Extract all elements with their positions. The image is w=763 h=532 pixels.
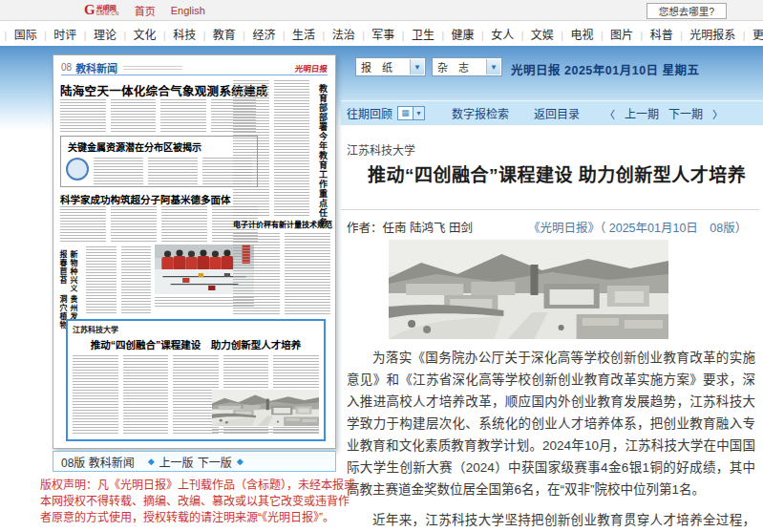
nav-item[interactable]: 科普	[633, 26, 673, 42]
back-to-contents-link[interactable]: 返回目录	[534, 105, 580, 121]
digital-search-link[interactable]: 数字报检索	[452, 105, 509, 121]
headline-vertical-line1: 新物种兴义报春苣苔	[57, 250, 78, 295]
date-picker[interactable]: ▦ ▼	[397, 106, 425, 120]
gmw-logo[interactable]: G 光明网 GMW.CN	[84, 2, 119, 18]
main-nav: 时政 国际 时评 理论 文化 科技 教育 经济 生活 法治 军事 卫生 健康 女…	[0, 22, 763, 46]
campus-photo-small	[212, 390, 319, 426]
copyright-notice: 版权声明：凡《光明日报》上刊载作品（含标题），未经本报或本网授权不得转载、摘编、…	[40, 478, 355, 526]
page-navigation-bar: 08版 教科新闻 ◆ 上一版 下一版 ◆	[53, 451, 336, 472]
article-kicker: 江苏科技大学	[347, 141, 415, 158]
page-label: 08版 教科新闻	[61, 454, 135, 470]
nav-item[interactable]: 经济	[236, 26, 276, 42]
nav-item[interactable]: 更多>>	[735, 26, 763, 42]
nav-item[interactable]: 光明报系	[673, 26, 736, 42]
article-title: 推动“四创融合”课程建设 助力创新型人才培养	[368, 160, 746, 186]
highlight-title: 推动“四创融合”课程建设 助力创新型人才培养	[73, 337, 319, 351]
article-source: 《光明日报》（ 2025年01月10日 08版）	[528, 218, 747, 236]
divider	[341, 209, 759, 210]
highlighted-article-box[interactable]: 江苏科技大学 推动“四创融合”课程建设 助力创新型人才培养	[66, 319, 326, 441]
nav-item[interactable]: 教育	[196, 26, 236, 42]
english-link[interactable]: English	[171, 5, 205, 16]
top-utility-bar: G 光明网 GMW.CN 首页 English 您想去哪里?	[0, 0, 763, 21]
nav-item[interactable]: 军事	[355, 26, 395, 42]
fake-text-columns	[86, 246, 151, 315]
masthead-date-value: 2025年01月10日	[564, 64, 659, 77]
next-issue-link[interactable]: 下一期	[668, 105, 703, 121]
fake-text-columns	[233, 233, 330, 315]
article-body: 为落实《国务院办公厅关于深化高等学校创新创业教育改革的实施意见》和《江苏省深化高…	[347, 347, 755, 532]
nav-item[interactable]: 时评	[37, 26, 77, 42]
nav-item[interactable]: 图片	[593, 26, 633, 42]
nav-item[interactable]: 健康	[434, 26, 475, 42]
next-page-link[interactable]: 下一版	[198, 454, 232, 470]
gmw-logo-sub: GMW.CN	[96, 11, 119, 16]
highlight-kicker: 江苏科技大学	[73, 324, 319, 334]
angle-right-icon: 〉	[712, 106, 723, 121]
nav-item[interactable]: 文化	[117, 26, 157, 42]
paper-select-value: 报 纸	[361, 59, 392, 74]
nav-item[interactable]: 电视	[554, 26, 594, 42]
angle-left-icon: 〈	[604, 106, 615, 121]
article-paragraph: 近年来，江苏科技大学坚持把创新创业教育贯穿人才培养全过程，通过“四创融合”课程建…	[347, 509, 755, 532]
paper-logo: 光明日报	[294, 62, 328, 74]
nav-item[interactable]: 女人	[475, 26, 515, 42]
past-issues-link[interactable]: 往期回顾	[347, 105, 392, 121]
nav-item[interactable]: 理论	[76, 26, 117, 42]
page-header-meta	[123, 66, 182, 70]
prev-page-link[interactable]: 上一版	[159, 454, 194, 470]
headline-vertical-moe-tasks[interactable]: 教育部部署今年教育工作重点任务	[314, 84, 329, 227]
newspaper-page-thumbnail: 08 教科新闻 光明日报 陆海空天一体化综合气象观测系统建成 教育部部署今年教育…	[53, 54, 336, 449]
chevron-down-icon[interactable]: ▼	[486, 59, 500, 74]
prev-issue-link[interactable]: 上一期	[625, 105, 659, 121]
gmw-logo-g: G	[84, 2, 95, 18]
masthead-weekday: 星期五	[663, 64, 700, 77]
article-paragraph: 为落实《国务院办公厅关于深化高等学校创新创业教育改革的实施意见》和《江苏省深化高…	[347, 347, 755, 500]
magazine-select[interactable]: 杂 志 ▼	[432, 57, 502, 76]
nav-item[interactable]: 文娱	[514, 26, 554, 42]
boxed-article-metals[interactable]: 关键金属资源潜在分布区被揭示	[60, 136, 258, 187]
article-byline: 作者：任南 陆鸿飞 田剑	[347, 218, 473, 236]
fake-text-columns	[60, 99, 256, 132]
diamond-icon: ◆	[237, 457, 244, 466]
viewer-toolbar: 往期回顾 ▦ ▼ 数字报检索 返回目录 〈 上一期 下一期 〉	[341, 100, 763, 125]
calendar-icon[interactable]: ▦	[397, 106, 413, 120]
diamond-icon: ◆	[148, 457, 155, 466]
nav-item[interactable]: 法治	[315, 26, 355, 42]
stamp-graphic	[66, 158, 89, 181]
newspaper-page-header: 08 教科新闻 光明日报	[61, 60, 328, 75]
page-number: 08	[61, 62, 72, 73]
headline-metal-resources[interactable]: 关键金属资源潜在分布区被揭示	[68, 139, 252, 154]
campus-photo	[389, 240, 668, 339]
section-name: 教科新闻	[75, 60, 117, 75]
page: G 光明网 GMW.CN 首页 English 您想去哪里? 时政 国际 时评 …	[0, 0, 763, 532]
where-to-go-button[interactable]: 您想去哪里?	[646, 3, 727, 19]
masthead-name: 光明日报	[511, 64, 561, 77]
nav-item[interactable]: 科技	[157, 26, 197, 42]
headline-electronic-scale[interactable]: 电子计价秤有新计量技术规范	[233, 219, 332, 229]
nav-item[interactable]: 卫生	[394, 26, 434, 42]
magazine-select-value: 杂 志	[437, 59, 469, 74]
home-link[interactable]: 首页	[135, 3, 156, 18]
photo-caption-lines	[212, 429, 319, 434]
masthead-date: 光明日报 2025年01月10日 星期五	[511, 60, 700, 78]
nav-item[interactable]: 国际	[0, 26, 37, 42]
chevron-down-icon[interactable]: ▼	[413, 106, 425, 120]
paper-select[interactable]: 报 纸 ▼	[355, 57, 426, 76]
chevron-down-icon[interactable]: ▼	[410, 59, 424, 74]
fake-text-columns	[60, 206, 258, 243]
article-panel: 江苏科技大学 推动“四创融合”课程建设 助力创新型人才培养 作者：任南 陆鸿飞 …	[341, 125, 763, 532]
nav-item[interactable]: 生活	[275, 26, 315, 42]
headline-supramolecular[interactable]: 科学家成功构筑超分子阿基米德多面体	[60, 192, 231, 206]
